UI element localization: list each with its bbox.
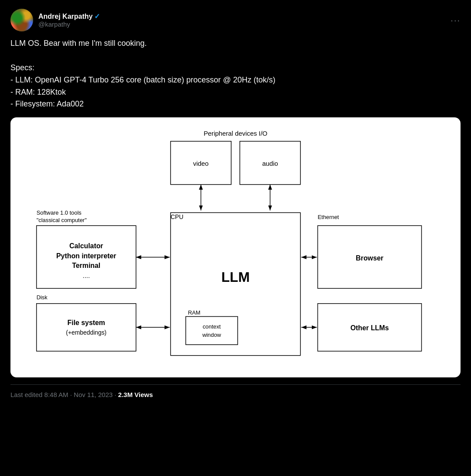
avatar[interactable] [10,9,33,31]
python-label: Python interpreter [56,252,116,260]
embeddings-label: (+embeddings) [66,329,106,336]
last-edited-text: Last edited 8:48 AM · Nov 11, 2023 · [10,391,118,398]
verified-badge: ✓ [94,12,100,21]
software-tools-label-line1: Software 1.0 tools [37,210,82,216]
ram-label: RAM [188,309,201,316]
author-name: Andrej Karpathy ✓ [38,12,100,21]
filesystem-box [37,304,136,351]
tweet-header-left: Andrej Karpathy ✓ @karpathy [10,9,100,31]
views-count: 2.3M Views [118,391,153,398]
browser-label: Browser [356,254,383,262]
dots-label: .... [83,273,90,280]
cpu-label: CPU [171,214,183,221]
disk-label: Disk [37,294,48,301]
audio-label: audio [262,161,278,168]
tweet-footer: Last edited 8:48 AM · Nov 11, 2023 · 2.3… [10,384,461,404]
software-tools-label-line2: "classical computer" [37,217,87,224]
diagram-container: Peripheral devices I/O video audio [10,117,461,377]
ethernet-label: Ethernet [317,214,339,221]
context-window-box [186,317,238,345]
terminal-label: Terminal [72,262,100,270]
author-info: Andrej Karpathy ✓ @karpathy [38,12,100,28]
context-window-label-line1: context [203,324,221,330]
peripheral-label: Peripheral devices I/O [204,130,267,137]
calculator-label: Calculator [69,242,103,250]
tweet-header: Andrej Karpathy ✓ @karpathy ··· [10,9,461,31]
author-handle[interactable]: @karpathy [38,21,100,28]
context-window-label-line2: window [202,332,222,338]
video-label: video [193,161,209,168]
llm-os-diagram: Peripheral devices I/O video audio [19,126,452,369]
filesystem-label: File system [68,319,105,327]
tweet-text: LLM OS. Bear with me I'm still cooking. … [10,38,461,110]
llm-label: LLM [221,269,249,285]
other-llms-label: Other LLMs [350,325,389,332]
more-options-button[interactable]: ··· [451,15,461,25]
author-display-name[interactable]: Andrej Karpathy [38,13,92,21]
tweet-container: Andrej Karpathy ✓ @karpathy ··· LLM OS. … [0,0,471,404]
